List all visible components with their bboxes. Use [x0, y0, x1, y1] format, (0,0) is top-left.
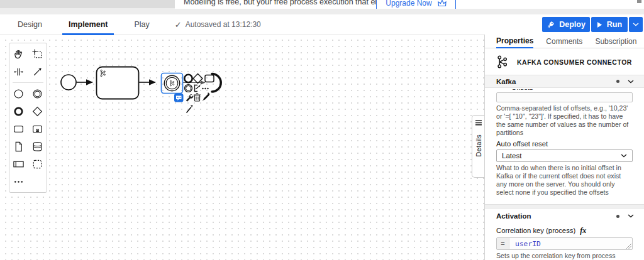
- run-button[interactable]: Run: [591, 17, 628, 32]
- brush-icon[interactable]: [203, 93, 210, 101]
- details-side-tab[interactable]: Details: [472, 115, 485, 178]
- create-end-event-icon: [13, 106, 25, 117]
- task-shape[interactable]: [97, 67, 139, 99]
- more-tools-icon: [13, 176, 25, 188]
- offsets-help-text: Comma-separated list of offsets, e.g., '…: [496, 104, 633, 138]
- append-intermediate-event-icon[interactable]: [185, 85, 192, 92]
- section-populated-dot: [616, 215, 619, 218]
- upgrade-now-button[interactable]: Upgrade Now: [376, 0, 456, 9]
- create-participant[interactable]: [9, 155, 28, 173]
- crown-icon: [438, 0, 447, 7]
- chevron-down-icon: [628, 214, 634, 218]
- space-tool[interactable]: [9, 63, 28, 80]
- append-end-event-icon[interactable]: [184, 75, 192, 82]
- create-data-store[interactable]: [28, 138, 47, 155]
- deploy-button[interactable]: Deploy: [542, 17, 590, 32]
- resize-handle-icon[interactable]: [626, 244, 631, 249]
- correlation-key-process-help: Sets up the correlation key from process…: [496, 252, 633, 260]
- create-group-icon: [31, 158, 43, 170]
- auto-offset-reset-select[interactable]: Latest: [496, 149, 633, 162]
- kafka-connector-icon: [495, 55, 509, 69]
- play-icon: [597, 21, 602, 28]
- more-options-icon[interactable]: [202, 88, 208, 89]
- create-data-store-icon: [31, 141, 43, 153]
- lasso-tool-icon: [31, 48, 43, 60]
- global-connect-tool[interactable]: [28, 63, 47, 80]
- create-intermediate-event[interactable]: [28, 85, 47, 102]
- hand-tool[interactable]: [9, 45, 28, 63]
- auto-offset-reset-help-text: What to do when there is no initial offs…: [496, 164, 633, 197]
- banner-spacer: [0, 0, 175, 8]
- chevron-down-icon: [621, 154, 627, 158]
- create-end-event[interactable]: [9, 102, 28, 120]
- start-event-shape[interactable]: [61, 75, 76, 90]
- create-gateway-icon: [31, 106, 43, 117]
- correlation-key-process-input[interactable]: = userID: [496, 237, 633, 250]
- tab-implement[interactable]: Implement: [62, 14, 114, 35]
- comment-icon[interactable]: [174, 94, 184, 102]
- trash-icon[interactable]: [194, 94, 201, 101]
- space-tool-icon: [13, 66, 25, 78]
- section-populated-dot: [616, 80, 619, 83]
- create-data-object-icon: [13, 141, 25, 153]
- global-connect-tool-icon: [31, 66, 43, 78]
- create-subprocess-icon: [31, 123, 43, 135]
- autosave-text: Autosaved at 13:12:30: [186, 20, 261, 29]
- more-tools[interactable]: [9, 173, 28, 190]
- create-gateway[interactable]: [28, 102, 47, 120]
- tab-properties[interactable]: Properties: [496, 36, 533, 48]
- create-start-event-icon: [13, 88, 25, 100]
- menu-icon: [475, 120, 482, 126]
- feel-equals-prefix: =: [497, 238, 509, 249]
- create-task-icon: [13, 123, 25, 135]
- append-gateway-icon[interactable]: [193, 74, 203, 84]
- create-subprocess[interactable]: [28, 120, 47, 138]
- panel-tabs: Properties Comments Subscription: [485, 35, 644, 48]
- header-actions: Deploy Run: [542, 17, 643, 32]
- chevron-down-icon: [628, 80, 634, 84]
- palette-separator: [13, 82, 43, 83]
- section-divider: [485, 204, 644, 209]
- curved-arrow-icon[interactable]: [212, 74, 221, 92]
- autosave-status: ✓ Autosaved at 13:12:30: [175, 20, 261, 30]
- text-annotation-icon[interactable]: [195, 85, 201, 92]
- tab-play[interactable]: Play: [128, 14, 155, 35]
- kafka-section-title: Kafka: [496, 78, 516, 85]
- connect-arrow-icon[interactable]: [187, 105, 193, 113]
- selected-intermediate-event[interactable]: [162, 73, 183, 94]
- upgrade-now-label: Upgrade Now: [386, 0, 431, 8]
- create-task[interactable]: [9, 120, 28, 138]
- scrollbar-corner: [637, 0, 641, 3]
- tab-comments[interactable]: Comments: [546, 37, 582, 48]
- run-options-button[interactable]: [629, 17, 643, 32]
- create-start-event[interactable]: [9, 85, 28, 102]
- bpmn-diagram: [61, 67, 221, 113]
- activation-section-body: Correlation key (process) fx = userID Se…: [485, 222, 644, 260]
- section-header-kafka[interactable]: Kafka: [485, 75, 644, 88]
- rocket-icon: [547, 21, 555, 29]
- wrench-icon[interactable]: [186, 94, 194, 102]
- mode-tab-bar: Design Implement Play ✓ Autosaved at 13:…: [0, 14, 644, 35]
- mode-tabs: Design Implement Play ✓ Autosaved at 13:…: [11, 14, 261, 35]
- check-icon: ✓: [175, 20, 182, 30]
- tab-subscription[interactable]: Subscription: [595, 37, 636, 48]
- deploy-label: Deploy: [559, 20, 586, 29]
- correlation-key-process-label: Correlation key (process) fx: [496, 226, 633, 236]
- connector-title: KAFKA CONSUMER CONNECTOR: [517, 58, 632, 66]
- palette-grid: [9, 43, 47, 193]
- lasso-tool[interactable]: [28, 45, 47, 63]
- tab-design[interactable]: Design: [11, 14, 48, 35]
- details-tab-label: Details: [475, 134, 482, 157]
- create-group[interactable]: [28, 155, 47, 173]
- hand-tool-icon: [13, 48, 25, 60]
- section-header-activation[interactable]: Activation: [485, 210, 644, 222]
- auto-offset-reset-value: Latest: [502, 152, 521, 160]
- append-task-icon[interactable]: [205, 75, 214, 82]
- create-data-object[interactable]: [9, 138, 28, 155]
- connector-header: KAFKA CONSUMER CONNECTOR: [485, 48, 644, 75]
- create-participant-icon: [13, 158, 25, 170]
- chevron-down-icon: [633, 23, 639, 26]
- offsets-input[interactable]: [496, 92, 633, 102]
- bpmn-canvas[interactable]: [0, 35, 484, 260]
- create-intermediate-event-icon: [31, 88, 43, 100]
